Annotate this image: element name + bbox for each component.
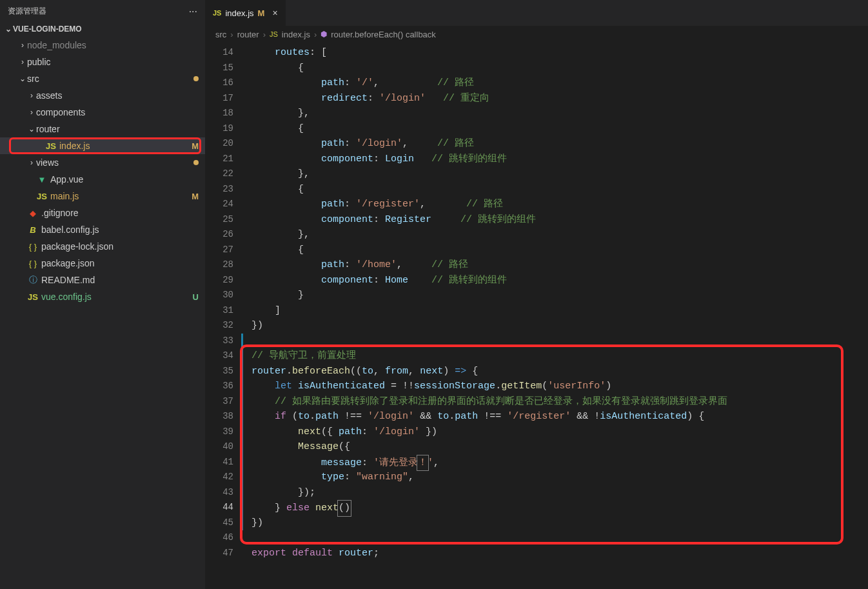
explorer-title: 资源管理器 <box>8 6 46 17</box>
file-package-lock-json[interactable]: { }package-lock.json <box>0 238 205 255</box>
tree-item-label: vue.config.js <box>41 292 189 302</box>
file-babel-config-js[interactable]: Bbabel.config.js <box>0 221 205 238</box>
tree-item-label: main.js <box>50 191 188 201</box>
code-content[interactable]: routes: [ { path: '/', // 路径 redirect: '… <box>241 43 868 589</box>
breadcrumb-src[interactable]: src <box>215 30 226 39</box>
modified-dot-icon <box>193 160 199 165</box>
folder-views[interactable]: ›views <box>0 154 205 171</box>
tree-item-label: package.json <box>41 258 199 268</box>
breadcrumb-file[interactable]: index.js <box>282 30 310 39</box>
js-file-icon: JS <box>213 9 221 17</box>
file-readme-md[interactable]: ⓘREADME.md <box>0 272 205 288</box>
tree-item-label: index.js <box>59 141 188 151</box>
chevron-right-icon: › <box>314 30 317 39</box>
folder-router[interactable]: ⌄router <box>0 121 205 137</box>
tree-item-label: router <box>36 124 199 134</box>
folder-public[interactable]: ›public <box>0 54 205 70</box>
chevron-right-icon: › <box>263 30 266 39</box>
tree-item-label: views <box>36 157 190 168</box>
modified-dot-icon <box>193 76 199 81</box>
tab-name: index.js <box>225 8 253 18</box>
git-status-badge: M <box>192 141 199 151</box>
chevron-right-icon: › <box>230 30 233 39</box>
project-header[interactable]: ⌄ VUE-LOGIN-DEMO <box>0 23 205 35</box>
more-actions-icon[interactable]: ··· <box>189 6 197 17</box>
chevron-down-icon: ⌄ <box>4 25 13 34</box>
tab-modified-badge: M <box>258 8 265 18</box>
breadcrumbs[interactable]: src › router › JS index.js › ⬢ router.be… <box>205 26 868 43</box>
folder-assets[interactable]: ›assets <box>0 87 205 104</box>
tree-item-label: assets <box>36 90 199 101</box>
folder-components[interactable]: ›components <box>0 104 205 121</box>
breadcrumb-symbol[interactable]: router.beforeEach() callback <box>331 30 436 39</box>
folder-node-modules[interactable]: ›node_modules <box>0 37 205 54</box>
file-package-json[interactable]: { }package.json <box>0 255 205 272</box>
chevron-icon: › <box>18 41 27 50</box>
git-status-badge: U <box>193 292 199 302</box>
code-editor[interactable]: 1415161718192021222324252627282930313233… <box>205 43 868 589</box>
explorer-sidebar: 资源管理器 ··· ⌄ VUE-LOGIN-DEMO ›node_modules… <box>0 0 205 589</box>
tree-item-label: README.md <box>41 275 199 285</box>
tree-item-label: .gitignore <box>41 208 199 218</box>
folder-src[interactable]: ⌄src <box>0 70 205 87</box>
tab-index-js[interactable]: JS index.js M × <box>205 0 286 26</box>
chevron-icon: ⌄ <box>27 125 36 134</box>
method-icon: ⬢ <box>321 30 327 39</box>
explorer-header: 资源管理器 ··· <box>0 0 205 23</box>
file-tree: ›node_modules›public⌄src›assets›componen… <box>0 35 205 589</box>
chevron-icon: › <box>27 91 36 100</box>
tree-item-label: components <box>36 107 199 117</box>
line-gutter: 1415161718192021222324252627282930313233… <box>205 43 241 589</box>
git-status-badge: M <box>192 192 199 201</box>
chevron-icon: ⌄ <box>18 74 27 83</box>
editor-area: JS index.js M × src › router › JS index.… <box>205 0 868 589</box>
tab-bar: JS index.js M × <box>205 0 868 26</box>
breadcrumb-router[interactable]: router <box>237 30 259 39</box>
js-file-icon: JS <box>270 30 278 38</box>
file-app-vue[interactable]: ▼App.vue <box>0 171 205 188</box>
file--gitignore[interactable]: ◆.gitignore <box>0 205 205 221</box>
project-name: VUE-LOGIN-DEMO <box>13 25 82 34</box>
file-vue-config-js[interactable]: JSvue.config.jsU <box>0 288 205 305</box>
tree-item-label: package-lock.json <box>41 241 199 252</box>
chevron-icon: › <box>27 108 36 117</box>
tree-item-label: App.vue <box>50 174 199 185</box>
file-main-js[interactable]: JSmain.jsM <box>0 188 205 205</box>
tree-item-label: src <box>27 74 190 84</box>
file-index-js[interactable]: JSindex.jsM <box>0 137 205 154</box>
tree-item-label: public <box>27 57 199 67</box>
close-icon[interactable]: × <box>272 8 277 18</box>
chevron-icon: › <box>27 158 36 167</box>
chevron-icon: › <box>18 57 27 66</box>
tree-item-label: babel.config.js <box>41 225 199 235</box>
tree-item-label: node_modules <box>27 40 199 50</box>
